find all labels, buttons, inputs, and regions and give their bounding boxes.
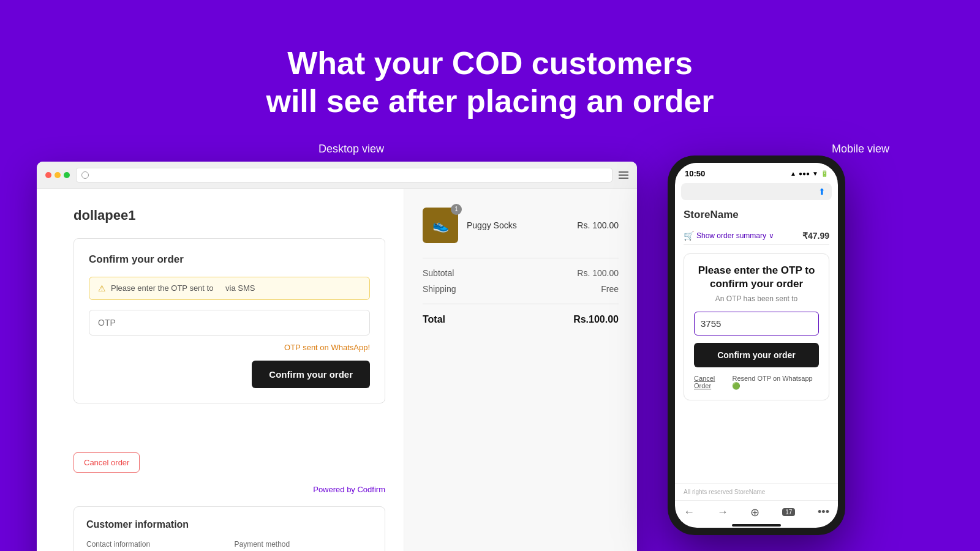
- browser-menu-icon[interactable]: [619, 171, 628, 179]
- otp-alert-banner: ⚠ Please enter the OTP sent to via SMS: [89, 277, 370, 300]
- phone-resend-link[interactable]: Resend OTP on Whatsapp 🟢: [732, 375, 819, 390]
- phone-confirm-button[interactable]: Confirm your order: [694, 343, 819, 367]
- shipping-label: Shipping: [423, 284, 456, 294]
- browser-dot-red: [45, 172, 51, 178]
- browser-dots: [45, 172, 70, 178]
- product-emoji: 👟: [432, 217, 449, 233]
- phone-actions: Cancel Order Resend OTP on Whatsapp 🟢: [694, 375, 819, 390]
- phone-frame: 10:50 ▲ ●●● ▼ 🔋 ⬆ StoreName: [668, 156, 845, 535]
- order-summary-panel: 1 👟 Puggy Socks Rs. 100.00 Subtotal Rs. …: [404, 189, 637, 551]
- share-icon[interactable]: ⬆: [818, 187, 826, 197]
- divider-2: [423, 304, 619, 304]
- show-order-summary[interactable]: 🛒 Show order summary ∨: [684, 231, 774, 241]
- mobile-section: 10:50 ▲ ●●● ▼ 🔋 ⬆ StoreName: [668, 156, 845, 535]
- status-icons: ▲ ●●● ▼ 🔋: [790, 170, 828, 177]
- content-area: dollapee1 Confirm your order ⚠ Please en…: [0, 162, 980, 551]
- phone-footer: All rights reserved StoreName: [675, 483, 838, 500]
- confirm-order-box: Confirm your order ⚠ Please enter the OT…: [74, 238, 385, 403]
- alert-text: Please enter the OTP sent to: [111, 283, 213, 293]
- location-icon: ▲: [790, 170, 796, 177]
- forward-button[interactable]: →: [717, 506, 728, 519]
- shipping-row: Shipping Free: [423, 284, 619, 294]
- phone-url-bar: ⬆: [681, 183, 832, 200]
- phone-otp-input[interactable]: [694, 312, 819, 335]
- subtotal-row: Subtotal Rs. 100.00: [423, 268, 619, 278]
- phone-otp-title: Please enter the OTP to confirm your ord…: [694, 264, 819, 291]
- wifi-icon: ▼: [812, 170, 818, 177]
- back-button[interactable]: ←: [684, 506, 695, 519]
- phone-store-name: StoreName: [684, 209, 829, 221]
- product-name: Puggy Socks: [467, 220, 568, 230]
- phone-screen: 10:50 ▲ ●●● ▼ 🔋 ⬆ StoreName: [675, 163, 838, 528]
- signal-icon: ●●●: [799, 170, 810, 177]
- product-price: Rs. 100.00: [577, 220, 619, 230]
- subtotal-label: Subtotal: [423, 268, 454, 278]
- alert-icon: ⚠: [98, 283, 106, 293]
- phone-time: 10:50: [685, 169, 705, 178]
- product-quantity-badge: 1: [451, 204, 462, 215]
- contact-info-section: Contact information agarwalhriday@ymail.…: [86, 540, 225, 551]
- phone-order-price: ₹47.99: [802, 231, 829, 241]
- mobile-view-label: Mobile view: [832, 143, 889, 156]
- home-indicator: [732, 524, 781, 527]
- total-value: Rs.100.00: [573, 314, 619, 325]
- hero-title-area: What your COD customers will see after p…: [0, 0, 980, 143]
- phone-status-bar: 10:50 ▲ ●●● ▼ 🔋: [675, 163, 838, 181]
- browser-address-bar: [76, 168, 612, 182]
- payment-label: Payment method: [235, 540, 373, 549]
- checkout-left-panel: dollapee1 Confirm your order ⚠ Please en…: [37, 189, 404, 551]
- otp-input[interactable]: [89, 310, 370, 335]
- contact-label: Contact information: [86, 540, 225, 549]
- confirm-order-button[interactable]: Confirm your order: [252, 361, 370, 388]
- customer-info-grid: Contact information agarwalhriday@ymail.…: [86, 540, 372, 551]
- powered-by: Powered by Codfirm: [74, 485, 385, 494]
- browser-bar: [37, 162, 637, 189]
- whatsapp-icon: 🟢: [732, 382, 741, 389]
- shipping-value: Free: [601, 284, 619, 294]
- confirm-order-title: Confirm your order: [89, 253, 370, 266]
- chevron-down-icon: ∨: [769, 231, 774, 240]
- more-button[interactable]: •••: [818, 506, 829, 519]
- battery-icon: 🔋: [821, 170, 828, 177]
- phone-content: StoreName 🛒 Show order summary ∨ ₹47.99 …: [675, 203, 838, 483]
- alert-suffix: via SMS: [225, 283, 255, 293]
- total-row: Total Rs.100.00: [423, 314, 619, 325]
- total-label: Total: [423, 314, 445, 325]
- browser-content: dollapee1 Confirm your order ⚠ Please en…: [37, 189, 637, 551]
- divider-1: [423, 258, 619, 258]
- add-tab-button[interactable]: ⊕: [750, 506, 760, 519]
- customer-info-box: Customer information Contact information…: [74, 506, 385, 551]
- payment-info-section: Payment method B ending with 1 - Rs. 100…: [235, 540, 373, 551]
- product-row: 1 👟 Puggy Socks Rs. 100.00: [423, 208, 619, 243]
- phone-order-summary-bar[interactable]: 🛒 Show order summary ∨ ₹47.99: [684, 227, 829, 245]
- product-image: 1 👟: [423, 208, 458, 243]
- cancel-order-button[interactable]: Cancel order: [74, 452, 140, 473]
- browser-dot-green: [64, 172, 70, 178]
- whatsapp-link[interactable]: OTP sent on WhatsApp!: [89, 343, 370, 352]
- phone-cancel-link[interactable]: Cancel Order: [694, 375, 732, 389]
- phone-nav-bar: ← → ⊕ 17 •••: [675, 500, 838, 522]
- codfirm-brand: Codfirm: [357, 485, 385, 494]
- tab-count[interactable]: 17: [782, 508, 795, 516]
- cart-icon: 🛒: [684, 231, 694, 241]
- address-icon: [81, 171, 89, 179]
- customer-info-title: Customer information: [86, 519, 372, 530]
- store-name: dollapee1: [74, 208, 385, 223]
- browser-dot-yellow: [55, 172, 61, 178]
- phone-otp-subtitle: An OTP has been sent to: [694, 294, 819, 303]
- phone-otp-box: Please enter the OTP to confirm your ord…: [684, 253, 829, 400]
- hero-title: What your COD customers will see after p…: [0, 22, 980, 133]
- desktop-view-label: Desktop view: [318, 143, 384, 156]
- browser-mockup: dollapee1 Confirm your order ⚠ Please en…: [37, 162, 637, 551]
- subtotal-value: Rs. 100.00: [577, 268, 619, 278]
